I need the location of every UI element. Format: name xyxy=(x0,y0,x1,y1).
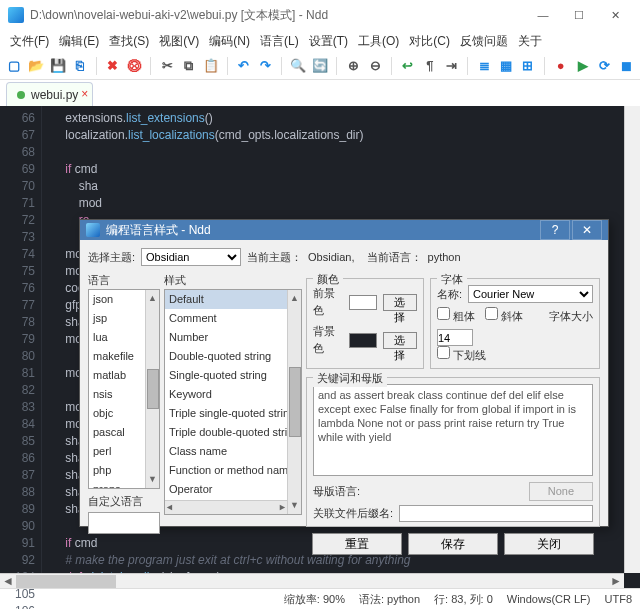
menu-encoding[interactable]: 编码(N) xyxy=(205,31,254,52)
tab-webui-py[interactable]: webui.py × xyxy=(6,82,93,106)
keywords-textarea[interactable]: and as assert break class continue def d… xyxy=(313,384,593,476)
close-button[interactable]: ✕ xyxy=(598,4,632,26)
list-item[interactable]: Comment xyxy=(165,309,301,328)
dialog-titlebar[interactable]: 编程语言样式 - Ndd ? ✕ xyxy=(80,220,608,240)
menu-language[interactable]: 语言(L) xyxy=(256,31,303,52)
menu-settings[interactable]: 设置(T) xyxy=(305,31,352,52)
menu-view[interactable]: 视图(V) xyxy=(155,31,203,52)
stop-icon[interactable]: ◼ xyxy=(618,58,634,74)
lang-scroll[interactable]: ▲▼ xyxy=(145,290,159,488)
font-name-select[interactable]: Courier New xyxy=(468,285,593,303)
list-item[interactable]: Double-quoted string xyxy=(165,347,301,366)
paste-icon[interactable]: 📋 xyxy=(203,58,219,74)
menu-tools[interactable]: 工具(O) xyxy=(354,31,403,52)
italic-checkbox[interactable]: 斜体 xyxy=(485,307,523,325)
record-icon[interactable]: ● xyxy=(553,58,569,74)
tree-view-icon[interactable]: ⊞ xyxy=(520,58,536,74)
maximize-button[interactable]: ☐ xyxy=(562,4,596,26)
cut-icon[interactable]: ✂ xyxy=(159,58,175,74)
style-hscroll[interactable]: ◄► xyxy=(165,500,287,514)
list-item[interactable]: Class name xyxy=(165,442,301,461)
style-listbox[interactable]: DefaultCommentNumberDouble-quoted string… xyxy=(164,289,302,515)
list-item[interactable]: Keyword xyxy=(165,385,301,404)
bold-checkbox[interactable]: 粗体 xyxy=(437,307,475,325)
menu-compare[interactable]: 对比(C) xyxy=(405,31,454,52)
menu-feedback[interactable]: 反馈问题 xyxy=(456,31,512,52)
dialog-close-btn[interactable]: 关闭 xyxy=(504,533,594,555)
editor-area[interactable]: 6667686970717273747576777879808182838485… xyxy=(0,106,640,588)
mother-lang-label: 母版语言: xyxy=(313,483,360,500)
language-listbox[interactable]: jsonjspluamakefilematlabnsisobjcpascalpe… xyxy=(88,289,160,489)
color-group-label: 颜色 xyxy=(313,271,343,288)
minimize-button[interactable]: — xyxy=(526,4,560,26)
status-lang: 语法: python xyxy=(359,592,420,607)
current-lang-label: 当前语言： xyxy=(367,249,422,266)
repeat-icon[interactable]: ⟳ xyxy=(597,58,613,74)
save-all-icon[interactable]: ⎘ xyxy=(72,58,88,74)
replace-icon[interactable]: 🔄 xyxy=(312,58,328,74)
lang-list-label: 语言 xyxy=(88,272,160,289)
save-button[interactable]: 保存 xyxy=(408,533,498,555)
close-file-icon[interactable]: ✖ xyxy=(105,58,121,74)
editor-vscroll[interactable] xyxy=(624,106,640,573)
open-file-icon[interactable]: 📂 xyxy=(28,58,44,74)
app-logo xyxy=(8,7,24,23)
play-icon[interactable]: ▶ xyxy=(575,58,591,74)
bg-swatch xyxy=(349,333,377,348)
fg-label: 前景色 xyxy=(313,285,343,319)
tab-label: webui.py xyxy=(31,88,78,102)
editor-hscroll[interactable]: ◄ ► xyxy=(0,573,624,588)
zoom-out-icon[interactable]: ⊖ xyxy=(367,58,383,74)
underline-checkbox[interactable]: 下划线 xyxy=(437,346,486,364)
grid-view-icon[interactable]: ▦ xyxy=(498,58,514,74)
list-item[interactable]: Single-quoted string xyxy=(165,366,301,385)
hscroll-thumb[interactable] xyxy=(16,575,116,588)
menu-edit[interactable]: 编辑(E) xyxy=(55,31,103,52)
assoc-ext-label: 关联文件后缀名: xyxy=(313,505,393,522)
toolbar: ▢ 📂 💾 ⎘ ✖ ⨷ ✂ ⧉ 📋 ↶ ↷ 🔍 🔄 ⊕ ⊖ ↩ ¶ ⇥ ≣ ▦ … xyxy=(0,52,640,80)
assoc-ext-input[interactable] xyxy=(399,505,593,522)
close-all-icon[interactable]: ⨷ xyxy=(126,58,142,74)
custom-lang-box[interactable] xyxy=(88,512,160,534)
dialog-help-button[interactable]: ? xyxy=(540,220,570,240)
list-item[interactable]: Number xyxy=(165,328,301,347)
dialog-title: 编程语言样式 - Ndd xyxy=(106,222,211,239)
hscroll-right-icon[interactable]: ► xyxy=(608,573,624,590)
menu-file[interactable]: 文件(F) xyxy=(6,31,53,52)
select-theme-label: 选择主题: xyxy=(88,249,135,266)
list-item[interactable]: Function or method name xyxy=(165,461,301,480)
menu-about[interactable]: 关于 xyxy=(514,31,546,52)
find-icon[interactable]: 🔍 xyxy=(290,58,306,74)
font-size-label: 字体大小 xyxy=(549,308,593,325)
style-list-label: 样式 xyxy=(164,272,302,289)
dialog-close-button[interactable]: ✕ xyxy=(572,220,602,240)
indent-icon[interactable]: ⇥ xyxy=(444,58,460,74)
redo-icon[interactable]: ↷ xyxy=(258,58,274,74)
undo-icon[interactable]: ↶ xyxy=(236,58,252,74)
reset-button[interactable]: 重置 xyxy=(312,533,402,555)
style-scroll[interactable]: ▲▼ xyxy=(287,290,301,514)
current-theme-label: 当前主题： xyxy=(247,249,302,266)
bg-pick-button[interactable]: 选择 xyxy=(383,332,417,349)
new-file-icon[interactable]: ▢ xyxy=(6,58,22,74)
list-item[interactable]: Triple single-quoted string xyxy=(165,404,301,423)
copy-icon[interactable]: ⧉ xyxy=(181,58,197,74)
hscroll-left-icon[interactable]: ◄ xyxy=(0,573,16,590)
list-view-icon[interactable]: ≣ xyxy=(476,58,492,74)
status-zoom: 缩放率: 90% xyxy=(284,592,345,607)
theme-select[interactable]: Obsidian xyxy=(141,248,241,266)
wrap-icon[interactable]: ↩ xyxy=(400,58,416,74)
font-size-input[interactable] xyxy=(437,329,473,346)
list-item[interactable]: Default xyxy=(165,290,301,309)
list-item[interactable]: Triple double-quoted string xyxy=(165,423,301,442)
tab-close-icon[interactable]: × xyxy=(81,87,88,101)
custom-lang-label: 自定义语言 xyxy=(88,493,160,510)
zoom-in-icon[interactable]: ⊕ xyxy=(345,58,361,74)
save-icon[interactable]: 💾 xyxy=(50,58,66,74)
fg-pick-button[interactable]: 选择 xyxy=(383,294,417,311)
dialog-logo xyxy=(86,223,100,237)
menu-find[interactable]: 查找(S) xyxy=(105,31,153,52)
whitespace-icon[interactable]: ¶ xyxy=(422,58,438,74)
list-item[interactable]: Operator xyxy=(165,480,301,499)
fg-swatch xyxy=(349,295,377,310)
